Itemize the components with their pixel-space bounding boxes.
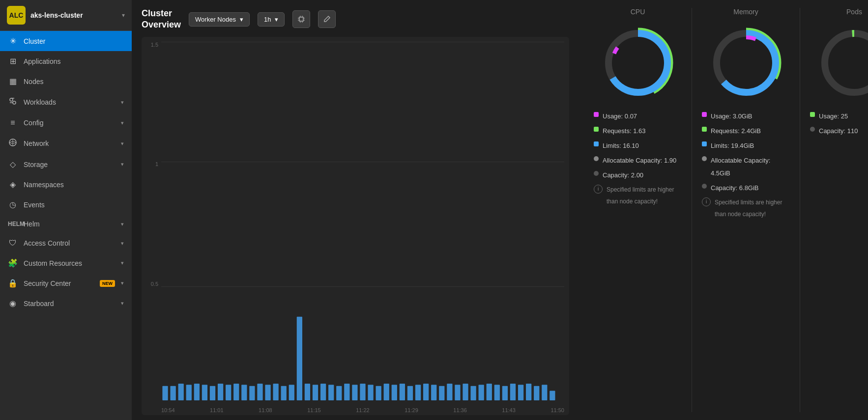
svg-point-1	[13, 101, 16, 104]
svg-point-68	[612, 37, 664, 88]
edit-icon-button[interactable]	[318, 10, 336, 28]
time-range-dropdown[interactable]: 1h ▾	[258, 12, 285, 27]
sidebar-item-storage[interactable]: ◇ Storage ▾	[0, 154, 132, 174]
svg-point-66	[605, 29, 671, 96]
x-label: 11:36	[453, 407, 467, 413]
chevron-right-icon: ▾	[121, 280, 124, 286]
svg-rect-34	[313, 385, 318, 400]
sidebar-item-nodes[interactable]: ▦ Nodes	[0, 71, 132, 91]
svg-rect-52	[455, 385, 460, 400]
svg-rect-53	[463, 384, 468, 400]
time-series-chart	[161, 42, 564, 400]
cluster-header[interactable]: ALC aks-lens-cluster ▾	[0, 0, 132, 31]
sidebar-item-network[interactable]: Network ▾	[0, 133, 132, 154]
cpu-usage-label: Usage: 0.07	[603, 110, 637, 123]
svg-rect-40	[360, 384, 365, 400]
svg-rect-54	[470, 386, 476, 400]
cpu-legend: Usage: 0.07 Requests: 1.63 Limits: 16.10…	[594, 110, 682, 207]
svg-rect-39	[352, 385, 357, 400]
svg-point-72	[721, 37, 772, 88]
sidebar-item-namespaces[interactable]: ◈ Namespaces	[0, 174, 132, 195]
svg-rect-16	[170, 386, 175, 400]
sidebar-item-label: Events	[24, 201, 124, 209]
gridline	[161, 162, 564, 162]
svg-rect-17	[178, 384, 184, 400]
chart-section: Cluster Overview Worker Nodes ▾ 1h ▾	[132, 0, 579, 420]
cpu-donut	[599, 24, 677, 102]
top-area: Cluster Overview Worker Nodes ▾ 1h ▾	[132, 0, 868, 420]
x-label: 11:50	[550, 407, 564, 413]
memory-capacity-item: Capacity: 6.8GiB	[702, 182, 790, 195]
x-label: 11:29	[405, 407, 418, 413]
chevron-right-icon: ▾	[121, 300, 124, 307]
time-range-label: 1h	[264, 16, 271, 23]
chevron-down-icon: ▾	[275, 16, 278, 23]
svg-rect-46	[407, 386, 413, 400]
pods-usage-label: Usage: 25	[819, 110, 848, 123]
sidebar-item-label: Nodes	[24, 78, 124, 85]
svg-point-73	[825, 33, 868, 92]
sidebar-item-events[interactable]: ◷ Events	[0, 195, 132, 215]
memory-allocatable-label: Allocatable Capacity: 4.5GiB	[711, 154, 790, 180]
sidebar-item-workloads[interactable]: Workloads ▾	[0, 91, 132, 113]
cpu-allocatable-label: Allocatable Capacity: 1.90	[603, 154, 676, 167]
capacity-dot	[810, 127, 815, 132]
svg-rect-33	[305, 384, 310, 400]
memory-limits-label: Limits: 19.4GiB	[711, 140, 754, 152]
sidebar-item-label: Custom Resources	[24, 259, 115, 267]
svg-rect-50	[439, 386, 444, 400]
cluster-name: aks-lens-cluster	[30, 11, 83, 20]
svg-rect-18	[186, 385, 192, 400]
memory-capacity-label: Capacity: 6.8GiB	[711, 182, 759, 195]
sidebar-item-access-control[interactable]: 🛡 Access Control ▾	[0, 233, 132, 253]
svg-rect-64	[550, 391, 555, 400]
worker-nodes-dropdown[interactable]: Worker Nodes ▾	[189, 12, 250, 27]
x-label: 10:54	[161, 407, 175, 413]
sidebar-item-cluster[interactable]: ✳ Cluster	[0, 31, 132, 51]
svg-rect-6	[299, 17, 303, 21]
svg-rect-43	[384, 384, 389, 400]
sidebar-item-label: Network	[24, 140, 115, 147]
svg-rect-58	[502, 386, 508, 400]
gridline	[161, 286, 564, 287]
cpu-allocatable-item: Allocatable Capacity: 1.90	[594, 154, 682, 167]
cpu-icon-button[interactable]	[292, 10, 310, 28]
gridline	[161, 42, 564, 42]
security-center-icon: 🔒	[8, 279, 18, 288]
sidebar-item-custom-resources[interactable]: 🧩 Custom Resources ▾	[0, 253, 132, 273]
pods-title: Pods	[846, 8, 862, 16]
svg-rect-37	[336, 386, 342, 400]
sidebar-item-starboard[interactable]: ◉ Starboard ▾	[0, 293, 132, 313]
config-icon: ≡	[8, 118, 18, 127]
storage-icon: ◇	[8, 160, 18, 169]
chevron-right-icon: ▾	[121, 99, 124, 106]
limits-dot	[702, 141, 707, 146]
applications-icon: ⊞	[8, 56, 18, 66]
sidebar-item-helm[interactable]: HELM Helm ▾	[0, 215, 132, 233]
sidebar-item-applications[interactable]: ⊞ Applications	[0, 51, 132, 71]
svg-rect-25	[241, 385, 247, 400]
svg-rect-28	[265, 385, 270, 400]
svg-rect-44	[392, 385, 397, 400]
cpu-warning: i Specified limits are higher than node …	[594, 184, 682, 207]
svg-rect-48	[423, 384, 429, 400]
chart-header: Cluster Overview Worker Nodes ▾ 1h ▾	[142, 8, 569, 31]
cpu-limits-label: Limits: 16.10	[603, 140, 639, 152]
limits-dot	[594, 141, 599, 146]
cpu-requests-label: Requests: 1.63	[603, 125, 645, 138]
sidebar-item-config[interactable]: ≡ Config ▾	[0, 113, 132, 133]
helm-icon: HELM	[8, 221, 18, 227]
svg-rect-29	[273, 384, 279, 400]
sidebar-item-label: Cluster	[24, 37, 124, 45]
new-badge: NEW	[100, 280, 115, 287]
pods-donut	[815, 24, 868, 102]
nodes-icon: ▦	[8, 77, 18, 86]
memory-metric-card: Memory Usage: 3.0GiB	[692, 8, 800, 412]
capacity-dot	[702, 184, 707, 189]
main-content: Cluster Overview Worker Nodes ▾ 1h ▾	[132, 0, 868, 420]
y-label: 1.5	[144, 42, 158, 48]
sidebar-item-security-center[interactable]: 🔒 Security Center NEW ▾	[0, 273, 132, 293]
x-axis-labels: 10:54 11:01 11:08 11:15 11:22 11:29 11:3…	[161, 407, 564, 413]
sidebar-item-label: Helm	[24, 220, 115, 228]
svg-rect-22	[218, 384, 223, 400]
